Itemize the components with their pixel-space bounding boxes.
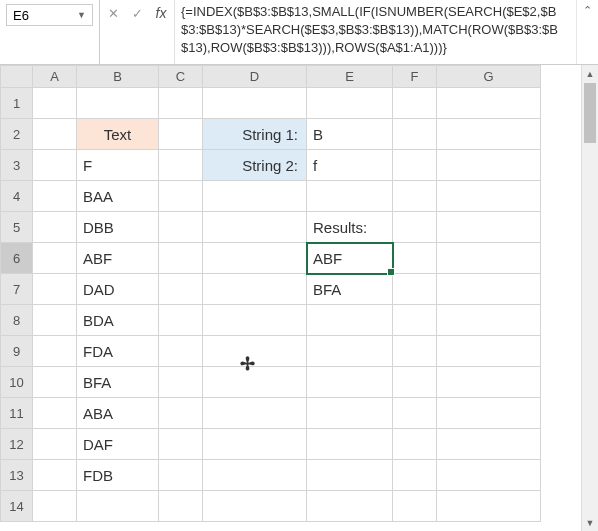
row-head[interactable]: 14 — [1, 491, 33, 522]
row-head[interactable]: 6 — [1, 243, 33, 274]
cell[interactable] — [159, 429, 203, 460]
cell[interactable] — [437, 398, 541, 429]
cell[interactable] — [33, 398, 77, 429]
cell[interactable] — [203, 243, 307, 274]
cell[interactable] — [159, 274, 203, 305]
cell[interactable] — [33, 491, 77, 522]
cell[interactable] — [159, 212, 203, 243]
text-item[interactable]: DAF — [77, 429, 159, 460]
confirm-icon[interactable]: ✓ — [128, 4, 146, 22]
cell[interactable] — [307, 88, 393, 119]
cell[interactable] — [393, 243, 437, 274]
col-head-G[interactable]: G — [437, 66, 541, 88]
cell[interactable] — [159, 150, 203, 181]
cell[interactable] — [159, 119, 203, 150]
cell[interactable] — [307, 305, 393, 336]
cell[interactable] — [393, 429, 437, 460]
text-item[interactable]: ABA — [77, 398, 159, 429]
col-head-A[interactable]: A — [33, 66, 77, 88]
formula-input[interactable]: {=INDEX($B$3:$B$13,SMALL(IF(ISNUMBER(SEA… — [175, 0, 576, 64]
cell[interactable] — [307, 181, 393, 212]
cell[interactable] — [307, 398, 393, 429]
cell[interactable] — [203, 181, 307, 212]
cell[interactable] — [393, 150, 437, 181]
row-head[interactable]: 7 — [1, 274, 33, 305]
cell[interactable] — [33, 150, 77, 181]
cell[interactable] — [33, 243, 77, 274]
col-head-D[interactable]: D — [203, 66, 307, 88]
cell[interactable] — [393, 460, 437, 491]
cell[interactable] — [203, 305, 307, 336]
row-head[interactable]: 1 — [1, 88, 33, 119]
text-item[interactable]: BDA — [77, 305, 159, 336]
cell[interactable] — [159, 305, 203, 336]
cell[interactable] — [437, 336, 541, 367]
cell[interactable] — [307, 367, 393, 398]
row-head[interactable]: 5 — [1, 212, 33, 243]
cell[interactable] — [437, 491, 541, 522]
text-item[interactable]: F — [77, 150, 159, 181]
cell[interactable] — [159, 336, 203, 367]
cell[interactable] — [77, 88, 159, 119]
cell[interactable] — [393, 398, 437, 429]
string1-label[interactable]: String 1: — [203, 119, 307, 150]
cell[interactable] — [203, 336, 307, 367]
cell[interactable] — [203, 274, 307, 305]
cell[interactable] — [437, 274, 541, 305]
cell[interactable] — [159, 243, 203, 274]
cell[interactable] — [159, 367, 203, 398]
string1-value[interactable]: B — [307, 119, 393, 150]
cell[interactable] — [393, 491, 437, 522]
col-head-B[interactable]: B — [77, 66, 159, 88]
cell[interactable] — [307, 429, 393, 460]
row-head[interactable]: 10 — [1, 367, 33, 398]
cell[interactable] — [393, 119, 437, 150]
text-item[interactable]: DBB — [77, 212, 159, 243]
cell[interactable] — [33, 212, 77, 243]
cell[interactable] — [203, 367, 307, 398]
col-head-F[interactable]: F — [393, 66, 437, 88]
cell[interactable] — [437, 181, 541, 212]
row-head[interactable]: 13 — [1, 460, 33, 491]
cell[interactable] — [437, 212, 541, 243]
cell[interactable] — [159, 398, 203, 429]
result-item[interactable]: BFA — [307, 274, 393, 305]
active-cell[interactable]: ABF — [307, 243, 393, 274]
text-item[interactable]: FDA — [77, 336, 159, 367]
grid[interactable]: A B C D E F G 1 2 Text String 1: B — [0, 65, 541, 522]
cell[interactable] — [307, 460, 393, 491]
scroll-down-icon[interactable]: ▼ — [582, 514, 598, 531]
select-all-corner[interactable] — [1, 66, 33, 88]
cell[interactable] — [437, 150, 541, 181]
text-item[interactable]: ABF — [77, 243, 159, 274]
row-head[interactable]: 3 — [1, 150, 33, 181]
cell[interactable] — [33, 119, 77, 150]
cell[interactable] — [203, 460, 307, 491]
cell[interactable] — [33, 88, 77, 119]
cell[interactable] — [393, 212, 437, 243]
text-header[interactable]: Text — [77, 119, 159, 150]
cell[interactable] — [393, 274, 437, 305]
cell[interactable] — [437, 460, 541, 491]
row-head[interactable]: 9 — [1, 336, 33, 367]
vertical-scrollbar[interactable]: ▲ ▼ — [581, 65, 598, 531]
cell[interactable] — [77, 491, 159, 522]
results-header[interactable]: Results: — [307, 212, 393, 243]
text-item[interactable]: DAD — [77, 274, 159, 305]
cell[interactable] — [437, 243, 541, 274]
row-head[interactable]: 2 — [1, 119, 33, 150]
cell[interactable] — [33, 336, 77, 367]
cell[interactable] — [33, 429, 77, 460]
cell[interactable] — [203, 398, 307, 429]
row-head[interactable]: 4 — [1, 181, 33, 212]
cell[interactable] — [33, 181, 77, 212]
cell[interactable] — [307, 491, 393, 522]
cell[interactable] — [393, 336, 437, 367]
cell[interactable] — [437, 305, 541, 336]
cell[interactable] — [203, 212, 307, 243]
cell[interactable] — [393, 305, 437, 336]
text-item[interactable]: BAA — [77, 181, 159, 212]
scroll-thumb[interactable] — [584, 83, 596, 143]
scroll-up-icon[interactable]: ▲ — [582, 65, 598, 82]
cell[interactable] — [203, 491, 307, 522]
